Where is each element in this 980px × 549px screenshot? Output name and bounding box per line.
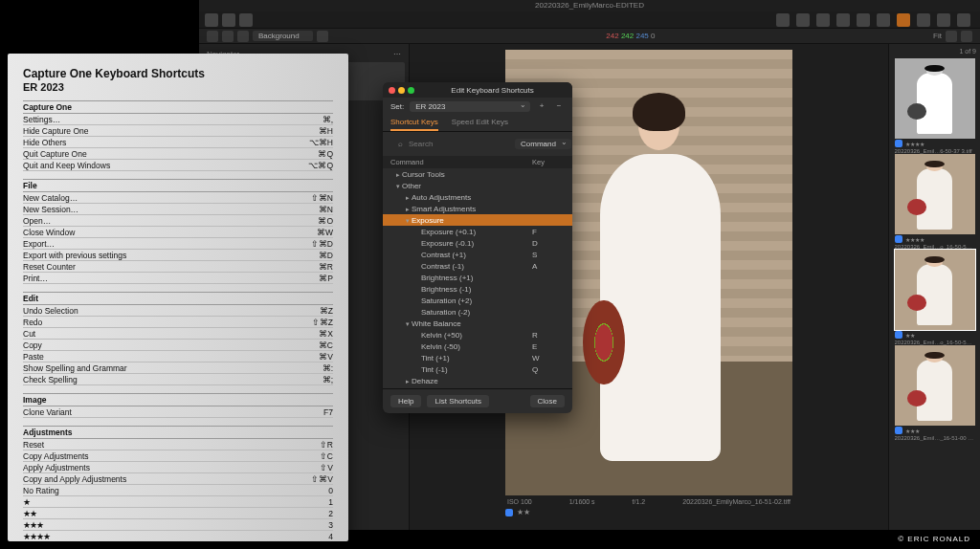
shortcut-reference-sheet: Capture One Keyboard Shortcuts ER 2023 C… [8,54,348,541]
exif-iso: ISO 100 [507,498,532,505]
zoom-fit-icon[interactable] [946,31,957,42]
thumb-color-tag[interactable] [895,427,902,434]
sheet-row: Open…⌘O [23,215,333,227]
browser-strip: 1 of 9 ★★★★ 20220326_Emil…6-50-37 3.tiff… [888,44,980,530]
mask-icon[interactable] [857,13,870,27]
tab-shortcut-keys[interactable]: Shortcut Keys [390,115,438,131]
sheet-row: Cut⌘X [23,328,333,340]
keystone-icon[interactable] [957,13,970,27]
cursor-icon[interactable] [776,13,790,27]
viewer-options-bar: Background 242 242 245 0 Fit [199,29,980,44]
shortcut-row[interactable]: Kelvin (+50)R [383,329,572,340]
shortcut-row[interactable]: Exposure (-0.1)D [383,237,572,249]
sheet-row: Undo Selection⌘Z [23,305,333,317]
close-button[interactable]: Close [530,395,565,407]
rotate-icon[interactable] [836,13,850,27]
fit-label: Fit [933,32,942,40]
shortcut-row[interactable]: Exposure [383,214,572,226]
sheet-row: Settings…⌘, [23,114,333,125]
shortcut-row[interactable]: Saturation (-2) [383,306,572,318]
shortcut-row[interactable]: White Balance [383,318,572,329]
sheet-row: Show Spelling and Grammar⌘: [23,362,333,374]
sheet-row: Print…⌘P [23,273,333,284]
minimize-icon[interactable] [398,87,405,94]
sheet-row: Apply Adjustments⇧V [23,462,333,473]
sheet-row: Export…⇧⌘D [23,238,333,250]
shortcut-row[interactable]: Contrast (+1)S [383,249,572,260]
crop-icon[interactable] [816,13,830,27]
navigator-menu-icon[interactable]: ⋯ [393,50,401,58]
view-mode-single-icon[interactable] [222,31,234,42]
sheet-section-header: Image [23,393,333,406]
sheet-row: Reset Counter⌘R [23,261,333,273]
shortcut-row[interactable]: Cursor Tools [383,168,572,180]
heal-icon[interactable] [877,13,890,27]
keyboard-shortcuts-dialog: Edit Keyboard Shortcuts Set: ER 2023 + −… [383,82,572,413]
shortcut-row[interactable]: Brightness (+1) [383,272,572,283]
tether-icon[interactable] [239,13,253,27]
thumbnail[interactable]: ★★★★ 20220326_Emil…o_16-50-55.tiff [895,154,975,250]
shortcut-row[interactable]: Exposure (+0.1)F [383,226,572,237]
remove-set-icon[interactable]: − [553,100,565,112]
watermark: © ERIC RONALD [898,535,970,543]
sheet-subtitle: ER 2023 [23,81,333,93]
search-input[interactable] [409,140,509,148]
view-mode-grid-icon[interactable] [207,31,218,42]
browser-count: 1 of 9 [893,48,976,55]
wb-picker-icon[interactable] [917,13,930,27]
thumbnail[interactable]: ★★ 20220326_Emil…o_16-50-57.tiff [895,250,975,345]
add-set-icon[interactable]: + [536,100,547,112]
shortcut-row[interactable]: Brightness (-1) [383,283,572,295]
shortcut-row[interactable]: Tint (+1)W [383,352,572,363]
thumb-rating: ★★★★ [905,236,924,243]
shortcut-list[interactable]: Cursor ToolsOtherAuto AdjustmentsSmart A… [383,168,572,388]
sheet-row: ★★★3 [23,519,333,531]
set-label: Set: [390,102,404,111]
sheet-row: Copy⌘C [23,340,333,351]
search-scope-dropdown[interactable]: Command [515,139,571,149]
style-brush-icon[interactable] [897,13,910,27]
zoom-icon[interactable] [408,87,414,94]
search-icon: ⌕ [398,140,403,148]
star-rating[interactable]: ★★ [517,508,530,516]
shortcut-row[interactable]: Kelvin (-50)E [383,340,572,352]
color-tag[interactable] [505,509,513,516]
import-icon[interactable] [205,13,218,27]
thumb-filename: 20220326_Emil…_16-51-00 2.tiff [895,435,975,441]
shortcut-row[interactable]: Dehaze [383,375,572,386]
shortcut-row[interactable]: Auto Adjustments [383,191,572,203]
zoom-100-icon[interactable] [961,31,972,42]
set-dropdown[interactable]: ER 2023 [410,101,530,112]
shortcut-row[interactable]: Contrast (-1)A [383,260,572,272]
thumb-color-tag[interactable] [895,235,902,243]
sheet-row: ★1 [23,496,333,508]
thumb-color-tag[interactable] [895,140,902,147]
annotate-icon[interactable] [937,13,950,27]
sheet-row: Hide Capture One⌘H [23,125,333,137]
col-header-command: Command [390,158,532,166]
sheet-row: Quit Capture One⌘Q [23,148,333,160]
sheet-row: Clone VariantF7 [23,406,333,418]
hand-icon[interactable] [796,13,810,27]
thumbnail[interactable]: ★★★ 20220326_Emil…_16-51-00 2.tiff [895,345,975,441]
shortcut-row[interactable]: High Dynamic Range [383,386,572,388]
shortcut-row[interactable]: Tint (-1)Q [383,363,572,375]
export-icon[interactable] [222,13,235,27]
main-toolbar [199,11,980,29]
list-shortcuts-button[interactable]: List Shortcuts [427,395,488,407]
help-button[interactable]: Help [390,395,421,407]
view-mode-compare-icon[interactable] [237,31,249,42]
thumb-rating: ★★★★ [905,141,924,147]
shortcut-row[interactable]: Smart Adjustments [383,203,572,214]
proof-profile-dropdown[interactable]: Background [253,31,313,41]
sheet-section-header: File [23,179,333,192]
shortcut-row[interactable]: Saturation (+2) [383,295,572,306]
tab-speed-edit-keys[interactable]: Speed Edit Keys [452,115,508,131]
sheet-row: No Rating0 [23,485,333,496]
thumbnail[interactable]: ★★★★ 20220326_Emil…6-50-37 3.tiff [895,58,975,154]
add-view-icon[interactable] [317,31,328,42]
thumb-color-tag[interactable] [895,331,902,339]
exif-shutter: 1/1600 s [569,498,595,505]
close-icon[interactable] [389,87,395,94]
shortcut-row[interactable]: Other [383,180,572,191]
